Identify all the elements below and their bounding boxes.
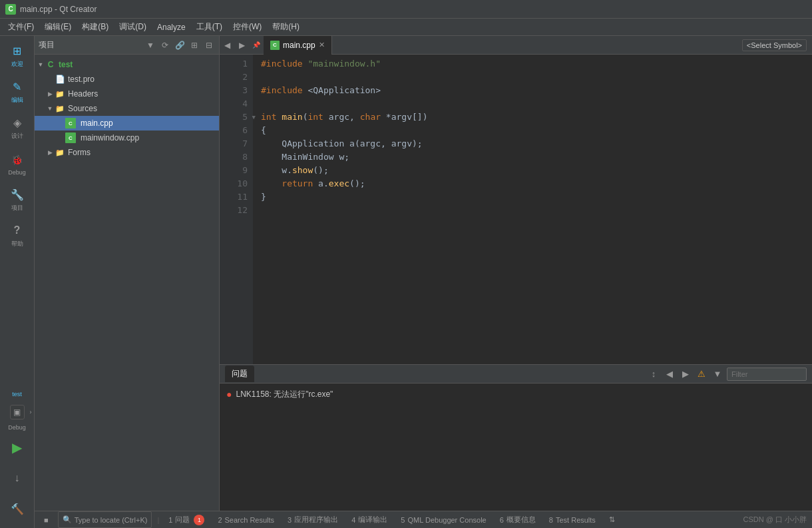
symbol-selector[interactable]: <Select Symbol>: [742, 39, 807, 51]
issues-filter-btn[interactable]: ▼: [711, 368, 724, 381]
code-editor[interactable]: 1 2 3 4 5 ▼ 6 7 8 9 10 11: [220, 55, 812, 364]
menu-help[interactable]: 帮助(H): [267, 19, 305, 35]
arrow-forms: ▶: [45, 149, 55, 156]
issues-prev-btn[interactable]: ◀: [663, 368, 676, 381]
editor-area: ◀ ▶ 📌 C main.cpp ✕ <Select Symbol> 1 2: [220, 36, 812, 511]
line-1: 1: [220, 57, 248, 71]
sidebar-item-help[interactable]: ? 帮助: [1, 218, 33, 253]
issues-sync-btn[interactable]: ↕: [647, 368, 660, 381]
issues-next-btn[interactable]: ▶: [679, 368, 692, 381]
sidebar-item-debug[interactable]: 🐞 Debug: [1, 146, 33, 181]
filter-tree-btn[interactable]: ▼: [144, 39, 156, 51]
line-8: 8: [220, 150, 248, 164]
fold-arrow-5: ▼: [252, 111, 256, 124]
editor-back-btn[interactable]: ◀: [220, 36, 234, 55]
sidebar-item-design[interactable]: ◈ 设计: [1, 111, 33, 145]
build-button[interactable]: 🔨: [1, 495, 33, 523]
status-item-testresults[interactable]: 8 Test Results: [545, 511, 600, 528]
status-item-issues[interactable]: 1 问题 1: [164, 511, 208, 528]
branding-text: CSDN @ 口 小小胖: [743, 515, 807, 525]
code-line-12: [261, 204, 804, 217]
sidebar-item-projects[interactable]: 🔧 项目: [1, 182, 33, 217]
sidebar-target-label: test: [11, 388, 23, 400]
project-icon: C: [45, 59, 56, 70]
code-line-5: int main(int argc, char *argv[]): [261, 111, 804, 124]
line-11: 11: [220, 190, 248, 204]
expand-tree-btn[interactable]: ⊞: [188, 39, 200, 51]
tree-item-forms[interactable]: ▶ 📁 Forms: [35, 145, 219, 160]
sidebar-label-help: 帮助: [11, 240, 23, 248]
code-line-2: [261, 71, 804, 84]
code-line-1: #include "mainwindow.h": [261, 57, 804, 71]
status-item-buildoutput[interactable]: 4 编译输出: [347, 511, 391, 528]
collapse-tree-btn[interactable]: ⊟: [203, 39, 215, 51]
status-branding: CSDN @ 口 小小胖: [743, 515, 807, 525]
tree-label-mainwindowcpp: mainwindow.cpp: [81, 133, 139, 142]
type-to-locate[interactable]: 🔍 Type to locate (Ctrl+K): [58, 511, 152, 528]
line-4: 4: [220, 97, 248, 111]
target-display[interactable]: ▣ ›: [3, 403, 32, 421]
title-bar: C main.cpp - Qt Creator: [0, 0, 812, 19]
menu-controls[interactable]: 控件(W): [228, 19, 267, 35]
sidebar-item-welcome[interactable]: ⊞ 欢迎: [1, 39, 33, 73]
square-icon: ■: [44, 516, 49, 524]
issues-warning-btn[interactable]: ⚠: [695, 368, 708, 381]
menu-analyze[interactable]: Analyze: [152, 21, 191, 34]
file-tree-panel: 项目 ▼ ⟳ 🔗 ⊞ ⊟ ▼ C test: [35, 36, 220, 511]
bottom-tab-issues[interactable]: 问题: [225, 366, 254, 382]
tree-item-maincpp[interactable]: ▶ C main.cpp: [35, 116, 219, 131]
status-item-appoutput[interactable]: 3 应用程序输出: [284, 511, 342, 528]
sidebar-item-edit[interactable]: ✎ 编辑: [1, 75, 33, 109]
status-num-search: 2: [218, 516, 222, 524]
tree-item-mainwindowcpp[interactable]: ▶ C mainwindow.cpp: [35, 131, 219, 145]
menu-bar: 文件(F) 编辑(E) 构建(B) 调试(D) Analyze 工具(T) 控件…: [0, 19, 812, 36]
step-run-button[interactable]: ↓: [1, 464, 33, 492]
tree-item-headers[interactable]: ▶ 📁 Headers: [35, 87, 219, 101]
menu-build[interactable]: 构建(B): [77, 19, 114, 35]
tab-maincpp[interactable]: C main.cpp ✕: [264, 36, 332, 55]
tab-close-btn[interactable]: ✕: [319, 41, 325, 49]
status-label-search: Search Results: [225, 516, 275, 524]
code-line-11: }: [261, 190, 804, 204]
editor-forward-btn[interactable]: ▶: [234, 36, 249, 55]
menu-file[interactable]: 文件(F): [3, 19, 39, 35]
filter-input[interactable]: [727, 368, 807, 381]
headers-folder-icon: 📁: [55, 89, 65, 99]
hammer-icon: 🔨: [11, 503, 24, 515]
file-tree-title: 项目: [39, 39, 142, 51]
menu-tools[interactable]: 工具(T): [191, 19, 228, 35]
sync-tree-btn[interactable]: ⟳: [159, 39, 171, 51]
cpp-file-icon-main: C: [65, 118, 76, 129]
pro-file-icon: 📄: [55, 74, 65, 85]
status-label-appoutput: 应用程序输出: [294, 515, 338, 525]
status-label-testresults: Test Results: [556, 516, 596, 524]
tree-item-testpro[interactable]: ▶ 📄 test.pro: [35, 72, 219, 87]
arrow-headers: ▶: [45, 91, 55, 97]
edit-icon: ✎: [10, 79, 25, 94]
tree-item-test[interactable]: ▼ C test: [35, 57, 219, 72]
forms-folder-icon: 📁: [55, 147, 65, 158]
error-item-0[interactable]: ● LNK1158: 无法运行"rc.exe": [220, 386, 812, 402]
arrow-sources: ▼: [45, 105, 55, 112]
sidebar-label-edit: 编辑: [11, 96, 23, 105]
code-line-4: [261, 97, 804, 111]
code-content[interactable]: #include "mainwindow.h" #include <QAppli…: [253, 55, 812, 364]
scroll-icon: ⇅: [609, 515, 615, 524]
expand-arrow-test: ▼: [36, 61, 45, 68]
status-item-summary[interactable]: 6 概要信息: [496, 511, 540, 528]
issues-count-badge: 1: [194, 515, 204, 525]
bottom-toolbar-right: ↕ ◀ ▶ ⚠ ▼: [647, 368, 807, 381]
status-item-search[interactable]: 2 Search Results: [214, 511, 278, 528]
status-square-btn[interactable]: ■: [40, 511, 53, 528]
status-item-qmldebug[interactable]: 5 QML Debugger Console: [397, 511, 490, 528]
link-tree-btn[interactable]: 🔗: [174, 39, 186, 51]
status-num-appoutput: 3: [288, 516, 292, 524]
run-button[interactable]: ▶: [1, 433, 33, 461]
status-num-buildoutput: 4: [351, 516, 355, 524]
status-num-qmldebug: 5: [401, 516, 405, 524]
editor-pin-btn[interactable]: 📌: [249, 36, 264, 55]
menu-debug[interactable]: 调试(D): [114, 19, 152, 35]
menu-edit[interactable]: 编辑(E): [39, 19, 77, 35]
status-scroll-btn[interactable]: ⇅: [605, 511, 619, 528]
tree-item-sources[interactable]: ▼ 📁 Sources: [35, 101, 219, 116]
